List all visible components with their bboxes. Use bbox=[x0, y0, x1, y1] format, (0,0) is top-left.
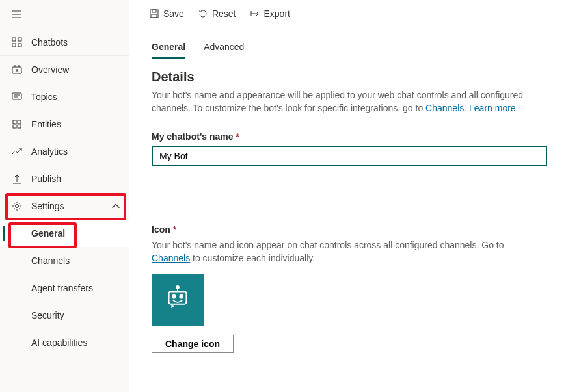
section-divider bbox=[152, 198, 547, 198]
svg-point-31 bbox=[180, 295, 183, 298]
sidebar-item-label: Analytics bbox=[31, 146, 68, 157]
channels-link[interactable]: Channels bbox=[425, 103, 464, 113]
sidebar-sub-label: General bbox=[31, 228, 65, 239]
required-asterisk: * bbox=[236, 131, 239, 142]
publish-icon bbox=[12, 174, 22, 184]
learn-more-link[interactable]: Learn more bbox=[469, 103, 516, 113]
svg-rect-17 bbox=[13, 125, 16, 128]
export-icon bbox=[250, 8, 260, 19]
svg-rect-3 bbox=[12, 38, 16, 41]
svg-rect-6 bbox=[18, 44, 21, 47]
sidebar-sub-security[interactable]: Security bbox=[0, 302, 129, 329]
tab-advanced[interactable]: Advanced bbox=[204, 36, 244, 59]
sidebar-item-entities[interactable]: Entities bbox=[0, 111, 129, 138]
overview-icon bbox=[12, 64, 22, 75]
save-icon bbox=[149, 8, 159, 19]
bot-name-label: My chatbot's name * bbox=[152, 131, 544, 142]
sidebar-chatbots-label: Chatbots bbox=[31, 37, 68, 47]
sidebar-chatbots-header[interactable]: Chatbots bbox=[0, 29, 129, 56]
svg-rect-18 bbox=[18, 125, 21, 128]
svg-point-28 bbox=[176, 286, 179, 289]
sidebar-sub-label: AI capabilities bbox=[31, 337, 87, 348]
tabs: General Advanced bbox=[152, 36, 544, 59]
grid-icon bbox=[12, 37, 22, 47]
details-description: Your bot's name and appearance will be a… bbox=[152, 88, 544, 114]
sidebar-item-label: Settings bbox=[31, 201, 64, 211]
change-icon-button[interactable]: Change icon bbox=[152, 335, 234, 353]
toolbar: Save Reset Export bbox=[129, 0, 566, 27]
svg-point-21 bbox=[16, 205, 19, 208]
bot-icon bbox=[163, 285, 193, 315]
svg-rect-23 bbox=[152, 10, 156, 12]
reset-label: Reset bbox=[212, 8, 236, 19]
required-asterisk: * bbox=[173, 224, 176, 235]
svg-rect-16 bbox=[18, 120, 21, 124]
tab-general[interactable]: General bbox=[152, 36, 185, 59]
reset-icon bbox=[198, 8, 208, 19]
sidebar-sub-label: Channels bbox=[31, 255, 70, 266]
topics-icon bbox=[12, 92, 22, 102]
sidebar-sub-channels[interactable]: Channels bbox=[0, 247, 129, 274]
save-label: Save bbox=[163, 8, 184, 19]
sidebar-item-publish[interactable]: Publish bbox=[0, 165, 129, 192]
sidebar-sub-label: Security bbox=[31, 310, 64, 320]
svg-rect-4 bbox=[18, 38, 21, 41]
reset-button[interactable]: Reset bbox=[191, 5, 243, 23]
sidebar: Chatbots Overview Topics Entities Analyt… bbox=[0, 0, 129, 392]
svg-rect-5 bbox=[12, 44, 16, 47]
svg-rect-12 bbox=[12, 93, 21, 99]
hamburger-icon bbox=[12, 9, 22, 20]
sidebar-item-label: Overview bbox=[31, 64, 69, 75]
icon-description: Your bot's name and icon appear on chat … bbox=[152, 239, 544, 265]
sidebar-item-label: Entities bbox=[31, 119, 61, 129]
details-heading: Details bbox=[152, 70, 544, 85]
export-label: Export bbox=[264, 8, 290, 19]
content-area: General Advanced Details Your bot's name… bbox=[129, 27, 566, 392]
sidebar-item-settings[interactable]: Settings bbox=[0, 192, 129, 220]
svg-rect-15 bbox=[13, 120, 16, 124]
sidebar-item-label: Publish bbox=[31, 174, 61, 184]
channels-link-2[interactable]: Channels bbox=[152, 253, 190, 263]
svg-point-30 bbox=[172, 295, 176, 298]
gear-icon bbox=[12, 201, 22, 211]
sidebar-item-topics[interactable]: Topics bbox=[0, 83, 129, 111]
save-button[interactable]: Save bbox=[142, 5, 191, 23]
sidebar-item-analytics[interactable]: Analytics bbox=[0, 138, 129, 165]
sidebar-sub-label: Agent transfers bbox=[31, 283, 93, 293]
sidebar-sub-ai-capabilities[interactable]: AI capabilities bbox=[0, 329, 129, 356]
chevron-up-icon bbox=[111, 201, 121, 211]
export-button[interactable]: Export bbox=[243, 5, 297, 23]
icon-label: Icon * bbox=[152, 224, 544, 235]
sidebar-sub-agent-transfers[interactable]: Agent transfers bbox=[0, 274, 129, 302]
entities-icon bbox=[12, 119, 22, 129]
svg-rect-24 bbox=[152, 14, 157, 18]
hamburger-menu[interactable] bbox=[0, 0, 129, 29]
sidebar-sub-general[interactable]: General bbox=[0, 220, 129, 247]
main-panel: Save Reset Export General Advanced bbox=[129, 0, 566, 392]
sidebar-item-overview[interactable]: Overview bbox=[0, 56, 129, 83]
bot-name-input[interactable] bbox=[152, 146, 547, 166]
analytics-icon bbox=[12, 146, 22, 157]
sidebar-item-label: Topics bbox=[31, 92, 57, 102]
bot-icon-preview bbox=[152, 274, 204, 326]
